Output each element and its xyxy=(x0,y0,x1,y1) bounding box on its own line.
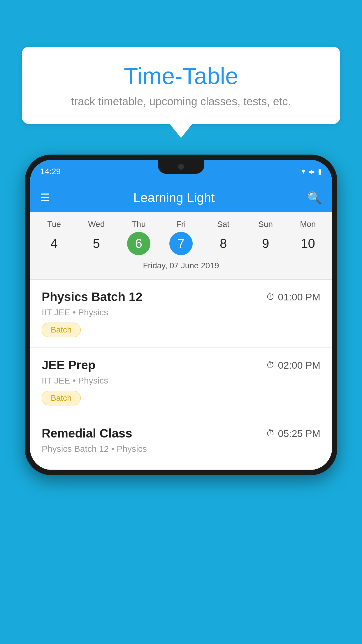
class-name: Remedial Class xyxy=(42,426,132,440)
clock-icon: ⏱ xyxy=(266,292,275,302)
speech-bubble-card: Time-Table track timetable, upcoming cla… xyxy=(22,47,340,124)
day-col-10[interactable]: Mon10 xyxy=(289,220,327,255)
battery-icon: ▮ xyxy=(318,167,322,176)
day-number[interactable]: 9 xyxy=(254,232,277,255)
clock-icon: ⏱ xyxy=(266,428,275,438)
class-time: ⏱05:25 PM xyxy=(266,428,320,439)
day-col-9[interactable]: Sun9 xyxy=(247,220,284,255)
class-detail: IIT JEE • Physics xyxy=(42,307,320,317)
speech-bubble-section: Time-Table track timetable, upcoming cla… xyxy=(22,47,340,124)
class-header: JEE Prep⏱02:00 PM xyxy=(42,358,320,372)
hamburger-menu-icon[interactable]: ☰ xyxy=(40,192,50,204)
class-detail: IIT JEE • Physics xyxy=(42,376,320,386)
class-header: Physics Batch 12⏱01:00 PM xyxy=(42,290,320,304)
search-icon[interactable]: 🔍 xyxy=(307,191,322,205)
class-header: Remedial Class⏱05:25 PM xyxy=(42,426,320,440)
class-item-0[interactable]: Physics Batch 12⏱01:00 PMIIT JEE • Physi… xyxy=(30,280,332,348)
status-icons: ▾ ◂▸ ▮ xyxy=(302,167,322,176)
day-number[interactable]: 8 xyxy=(212,232,235,255)
day-col-6[interactable]: Thu6 xyxy=(120,220,158,255)
status-bar: 14:29 ▾ ◂▸ ▮ xyxy=(30,160,332,183)
day-name: Wed xyxy=(88,220,105,229)
class-name: JEE Prep xyxy=(42,358,95,372)
phone-mockup: 14:29 ▾ ◂▸ ▮ ☰ Learning Light 🔍 xyxy=(25,155,337,475)
day-col-4[interactable]: Tue4 xyxy=(35,220,73,255)
calendar-section: Tue4Wed5Thu6Fri7Sat8Sun9Mon10 Friday, 07… xyxy=(30,212,332,279)
phone-inner: 14:29 ▾ ◂▸ ▮ ☰ Learning Light 🔍 xyxy=(30,160,332,470)
class-list: Physics Batch 12⏱01:00 PMIIT JEE • Physi… xyxy=(30,280,332,470)
days-row: Tue4Wed5Thu6Fri7Sat8Sun9Mon10 xyxy=(33,218,329,257)
day-number[interactable]: 10 xyxy=(296,232,319,255)
class-item-1[interactable]: JEE Prep⏱02:00 PMIIT JEE • PhysicsBatch xyxy=(30,348,332,416)
class-name: Physics Batch 12 xyxy=(42,290,143,304)
batch-badge: Batch xyxy=(42,323,81,337)
bubble-subtitle: track timetable, upcoming classes, tests… xyxy=(39,95,323,108)
day-col-7[interactable]: Fri7 xyxy=(162,220,200,255)
day-number[interactable]: 4 xyxy=(43,232,66,255)
camera-dot xyxy=(178,164,184,170)
day-number[interactable]: 7 xyxy=(169,232,193,255)
time-text: 05:25 PM xyxy=(278,428,320,439)
wifi-icon: ▾ xyxy=(302,167,305,176)
class-time: ⏱01:00 PM xyxy=(266,291,320,303)
day-name: Tue xyxy=(47,220,61,229)
phone-outer: 14:29 ▾ ◂▸ ▮ ☰ Learning Light 🔍 xyxy=(25,155,337,475)
selected-date-label: Friday, 07 June 2019 xyxy=(33,257,329,276)
clock-icon: ⏱ xyxy=(266,360,275,370)
class-item-2[interactable]: Remedial Class⏱05:25 PMPhysics Batch 12 … xyxy=(30,416,332,470)
day-name: Fri xyxy=(176,220,186,229)
notch xyxy=(158,160,204,174)
day-col-5[interactable]: Wed5 xyxy=(78,220,115,255)
app-bar: ☰ Learning Light 🔍 xyxy=(30,183,332,212)
signal-icon: ◂▸ xyxy=(308,167,315,176)
day-number[interactable]: 6 xyxy=(127,232,150,255)
batch-badge: Batch xyxy=(42,391,81,405)
time-text: 01:00 PM xyxy=(278,291,320,303)
day-name: Sat xyxy=(217,220,229,229)
day-name: Mon xyxy=(300,220,316,229)
day-number[interactable]: 5 xyxy=(85,232,108,255)
day-name: Sun xyxy=(258,220,273,229)
time-text: 02:00 PM xyxy=(278,360,320,371)
day-name: Thu xyxy=(132,220,146,229)
day-col-8[interactable]: Sat8 xyxy=(204,220,242,255)
app-bar-title: Learning Light xyxy=(58,190,290,205)
class-time: ⏱02:00 PM xyxy=(266,360,320,371)
class-detail: Physics Batch 12 • Physics xyxy=(42,444,320,454)
bubble-title: Time-Table xyxy=(39,63,323,90)
status-time: 14:29 xyxy=(40,167,61,176)
